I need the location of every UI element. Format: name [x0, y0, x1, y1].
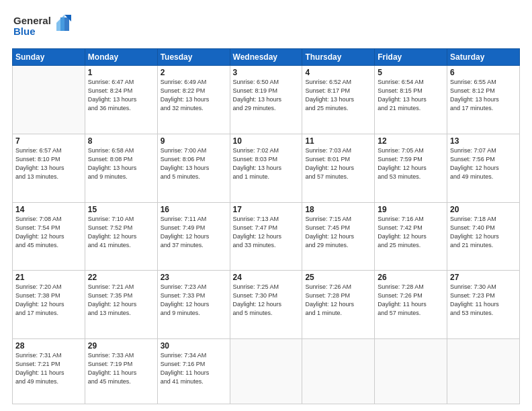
calendar-cell: 29Sunrise: 7:33 AM Sunset: 7:19 PM Dayli…: [85, 339, 157, 404]
day-info: Sunrise: 7:15 AM Sunset: 7:45 PM Dayligh…: [305, 215, 371, 250]
calendar-cell: 11Sunrise: 7:03 AM Sunset: 8:01 PM Dayli…: [302, 134, 375, 202]
week-row-5: 28Sunrise: 7:31 AM Sunset: 7:21 PM Dayli…: [13, 339, 520, 404]
calendar-cell: 12Sunrise: 7:05 AM Sunset: 7:59 PM Dayli…: [375, 134, 447, 202]
day-number: 19: [378, 205, 444, 214]
day-number: 23: [161, 273, 227, 282]
weekday-header-sunday: Sunday: [13, 49, 85, 66]
day-info: Sunrise: 6:49 AM Sunset: 8:22 PM Dayligh…: [161, 78, 227, 113]
day-info: Sunrise: 7:21 AM Sunset: 7:35 PM Dayligh…: [88, 283, 154, 318]
week-row-3: 14Sunrise: 7:08 AM Sunset: 7:54 PM Dayli…: [13, 202, 520, 271]
weekday-header-saturday: Saturday: [447, 49, 520, 66]
day-info: Sunrise: 7:00 AM Sunset: 8:06 PM Dayligh…: [161, 146, 227, 181]
day-info: Sunrise: 6:54 AM Sunset: 8:15 PM Dayligh…: [378, 78, 444, 113]
day-info: Sunrise: 7:28 AM Sunset: 7:26 PM Dayligh…: [378, 283, 444, 318]
day-info: Sunrise: 7:10 AM Sunset: 7:52 PM Dayligh…: [88, 215, 154, 250]
day-number: 29: [88, 341, 154, 351]
calendar-cell: 15Sunrise: 7:10 AM Sunset: 7:52 PM Dayli…: [85, 202, 157, 271]
calendar-cell: 17Sunrise: 7:13 AM Sunset: 7:47 PM Dayli…: [230, 202, 302, 271]
day-number: 27: [450, 273, 517, 282]
day-number: 3: [233, 68, 300, 77]
day-number: 5: [378, 68, 444, 77]
week-row-4: 21Sunrise: 7:20 AM Sunset: 7:38 PM Dayli…: [13, 271, 520, 339]
calendar-cell: 4Sunrise: 6:52 AM Sunset: 8:17 PM Daylig…: [302, 66, 375, 134]
day-number: 4: [305, 68, 371, 77]
calendar-cell: 16Sunrise: 7:11 AM Sunset: 7:49 PM Dayli…: [157, 202, 230, 271]
week-row-1: 1Sunrise: 6:47 AM Sunset: 8:24 PM Daylig…: [13, 66, 520, 134]
day-info: Sunrise: 7:18 AM Sunset: 7:40 PM Dayligh…: [450, 215, 517, 250]
calendar-cell: 18Sunrise: 7:15 AM Sunset: 7:45 PM Dayli…: [302, 202, 375, 271]
day-number: 17: [233, 205, 300, 214]
calendar-cell: [13, 66, 85, 134]
day-info: Sunrise: 7:25 AM Sunset: 7:30 PM Dayligh…: [233, 283, 300, 318]
day-number: 22: [88, 273, 154, 282]
calendar-cell: 19Sunrise: 7:16 AM Sunset: 7:42 PM Dayli…: [375, 202, 447, 271]
day-number: 24: [233, 273, 300, 282]
day-number: 11: [305, 136, 371, 146]
day-info: Sunrise: 7:20 AM Sunset: 7:38 PM Dayligh…: [15, 283, 82, 318]
day-info: Sunrise: 7:26 AM Sunset: 7:28 PM Dayligh…: [305, 283, 371, 318]
day-info: Sunrise: 6:58 AM Sunset: 8:08 PM Dayligh…: [88, 146, 154, 181]
svg-marker-4: [56, 15, 64, 31]
day-info: Sunrise: 6:57 AM Sunset: 8:10 PM Dayligh…: [15, 146, 82, 181]
day-number: 26: [378, 273, 444, 282]
logo: General Blue: [12, 12, 73, 43]
calendar-cell: 14Sunrise: 7:08 AM Sunset: 7:54 PM Dayli…: [13, 202, 85, 271]
day-info: Sunrise: 7:13 AM Sunset: 7:47 PM Dayligh…: [233, 215, 300, 250]
weekday-header-thursday: Thursday: [302, 49, 375, 66]
day-number: 28: [15, 341, 82, 351]
day-number: 20: [450, 205, 517, 214]
day-number: 8: [88, 136, 154, 146]
day-number: 21: [15, 273, 82, 282]
calendar-cell: 21Sunrise: 7:20 AM Sunset: 7:38 PM Dayli…: [13, 271, 85, 339]
day-number: 7: [15, 136, 82, 146]
day-number: 30: [161, 341, 227, 351]
calendar-table: SundayMondayTuesdayWednesdayThursdayFrid…: [12, 48, 520, 404]
day-info: Sunrise: 6:50 AM Sunset: 8:19 PM Dayligh…: [233, 78, 300, 113]
day-number: 16: [161, 205, 227, 214]
calendar-cell: 2Sunrise: 6:49 AM Sunset: 8:22 PM Daylig…: [157, 66, 230, 134]
calendar-cell: 30Sunrise: 7:34 AM Sunset: 7:16 PM Dayli…: [157, 339, 230, 404]
calendar-cell: 6Sunrise: 6:55 AM Sunset: 8:12 PM Daylig…: [447, 66, 520, 134]
calendar-cell: 28Sunrise: 7:31 AM Sunset: 7:21 PM Dayli…: [13, 339, 85, 404]
day-info: Sunrise: 6:52 AM Sunset: 8:17 PM Dayligh…: [305, 78, 371, 113]
day-number: 15: [88, 205, 154, 214]
day-number: 1: [88, 68, 154, 77]
calendar-cell: 27Sunrise: 7:30 AM Sunset: 7:23 PM Dayli…: [447, 271, 520, 339]
day-number: 14: [15, 205, 82, 214]
day-info: Sunrise: 6:55 AM Sunset: 8:12 PM Dayligh…: [450, 78, 517, 113]
calendar-cell: 25Sunrise: 7:26 AM Sunset: 7:28 PM Dayli…: [302, 271, 375, 339]
day-info: Sunrise: 6:47 AM Sunset: 8:24 PM Dayligh…: [88, 78, 154, 113]
day-number: 2: [161, 68, 227, 77]
day-number: 9: [161, 136, 227, 146]
day-info: Sunrise: 7:07 AM Sunset: 7:56 PM Dayligh…: [450, 146, 517, 181]
day-info: Sunrise: 7:08 AM Sunset: 7:54 PM Dayligh…: [15, 215, 82, 250]
calendar-cell: 22Sunrise: 7:21 AM Sunset: 7:35 PM Dayli…: [85, 271, 157, 339]
calendar-cell: [302, 339, 375, 404]
calendar-cell: 9Sunrise: 7:00 AM Sunset: 8:06 PM Daylig…: [157, 134, 230, 202]
weekday-header-tuesday: Tuesday: [157, 49, 230, 66]
day-info: Sunrise: 7:33 AM Sunset: 7:19 PM Dayligh…: [88, 351, 154, 386]
calendar-cell: 23Sunrise: 7:23 AM Sunset: 7:33 PM Dayli…: [157, 271, 230, 339]
day-number: 18: [305, 205, 371, 214]
day-number: 10: [233, 136, 300, 146]
day-number: 13: [450, 136, 517, 146]
weekday-header-friday: Friday: [375, 49, 447, 66]
day-info: Sunrise: 7:11 AM Sunset: 7:49 PM Dayligh…: [161, 215, 227, 250]
calendar-cell: 24Sunrise: 7:25 AM Sunset: 7:30 PM Dayli…: [230, 271, 302, 339]
day-number: 6: [450, 68, 517, 77]
logo-area: General Blue: [12, 12, 73, 43]
calendar-cell: 1Sunrise: 6:47 AM Sunset: 8:24 PM Daylig…: [85, 66, 157, 134]
weekday-header-row: SundayMondayTuesdayWednesdayThursdayFrid…: [13, 49, 520, 66]
day-info: Sunrise: 7:23 AM Sunset: 7:33 PM Dayligh…: [161, 283, 227, 318]
day-info: Sunrise: 7:03 AM Sunset: 8:01 PM Dayligh…: [305, 146, 371, 181]
header: General Blue: [12, 12, 520, 43]
day-info: Sunrise: 7:30 AM Sunset: 7:23 PM Dayligh…: [450, 283, 517, 318]
day-number: 12: [378, 136, 444, 146]
calendar-cell: 13Sunrise: 7:07 AM Sunset: 7:56 PM Dayli…: [447, 134, 520, 202]
day-info: Sunrise: 7:05 AM Sunset: 7:59 PM Dayligh…: [378, 146, 444, 181]
calendar-cell: [447, 339, 520, 404]
day-number: 25: [305, 273, 371, 282]
calendar-cell: 10Sunrise: 7:02 AM Sunset: 8:03 PM Dayli…: [230, 134, 302, 202]
calendar-cell: 26Sunrise: 7:28 AM Sunset: 7:26 PM Dayli…: [375, 271, 447, 339]
calendar-cell: 8Sunrise: 6:58 AM Sunset: 8:08 PM Daylig…: [85, 134, 157, 202]
